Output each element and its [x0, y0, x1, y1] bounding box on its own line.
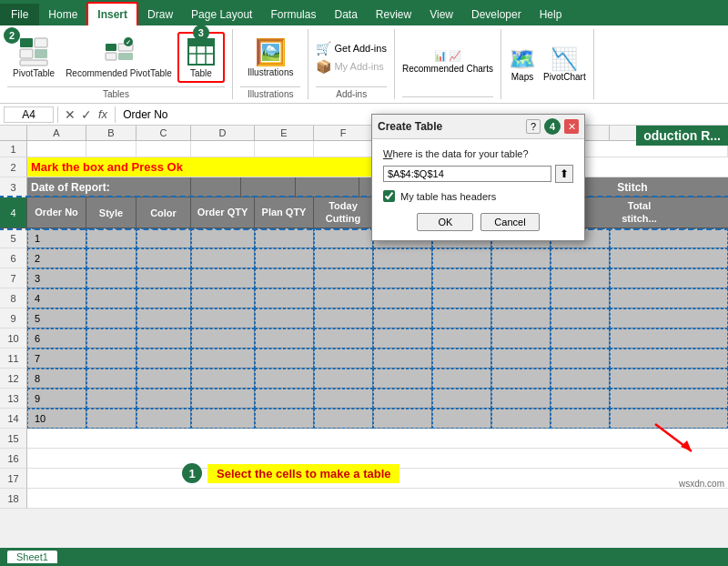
- cell-d3-empty[interactable]: [296, 177, 359, 197]
- col-header-f[interactable]: F: [314, 126, 373, 140]
- formula-cancel-icon[interactable]: ✕: [62, 107, 78, 122]
- cell-f1[interactable]: [314, 141, 373, 157]
- cell-f8[interactable]: [314, 288, 373, 308]
- cell-d10[interactable]: [191, 328, 255, 349]
- dialog-range-icon[interactable]: ⬆: [555, 165, 573, 183]
- cell-a13[interactable]: 9: [27, 389, 86, 409]
- table-button[interactable]: 3 Table: [177, 32, 225, 83]
- cell-i14[interactable]: [491, 409, 551, 429]
- cell-c9[interactable]: [136, 308, 191, 328]
- cell-color[interactable]: Color: [136, 197, 191, 228]
- cell-a14[interactable]: 10: [27, 409, 86, 429]
- cell-h12[interactable]: [432, 369, 491, 389]
- cell-d6[interactable]: [191, 248, 255, 268]
- cell-c14[interactable]: [136, 409, 191, 429]
- cell-g8[interactable]: [373, 288, 432, 308]
- cell-j6[interactable]: [551, 248, 610, 268]
- dialog-range-input[interactable]: [383, 166, 551, 182]
- cell-a6[interactable]: 2: [27, 248, 86, 268]
- cell-i9[interactable]: [491, 308, 551, 328]
- my-addins-btn[interactable]: 📦 My Add-ins: [316, 59, 386, 74]
- tab-help[interactable]: Help: [531, 4, 571, 25]
- cell-i8[interactable]: [491, 288, 551, 308]
- cell-d13[interactable]: [191, 389, 255, 409]
- cell-a3[interactable]: Date of Report:: [27, 177, 191, 197]
- cell-d1[interactable]: [191, 141, 255, 157]
- cell-i10[interactable]: [491, 328, 551, 349]
- cell-c5[interactable]: [136, 228, 191, 248]
- cell-style[interactable]: Style: [86, 197, 136, 228]
- dialog-cancel-button[interactable]: Cancel: [480, 213, 539, 231]
- cell-h7[interactable]: [432, 268, 491, 288]
- cell-c11[interactable]: [136, 349, 191, 369]
- cell-a12[interactable]: 8: [27, 369, 86, 389]
- cell-i11[interactable]: [491, 349, 551, 369]
- cell-rest-6[interactable]: [610, 248, 728, 268]
- col-header-b[interactable]: B: [86, 126, 136, 140]
- cell-rest-5[interactable]: [610, 228, 728, 248]
- cell-e10[interactable]: [255, 328, 314, 349]
- cell-b3-empty[interactable]: [191, 177, 241, 197]
- cell-e7[interactable]: [255, 268, 314, 288]
- cell-d9[interactable]: [191, 308, 255, 328]
- cell-h11[interactable]: [432, 349, 491, 369]
- pivot-chart-btn[interactable]: 📉 PivotChart: [543, 46, 586, 82]
- cell-j12[interactable]: [551, 369, 610, 389]
- cell-order-qty[interactable]: Order QTY: [191, 197, 255, 228]
- cell-g9[interactable]: [373, 308, 432, 328]
- cell-c3-empty[interactable]: [241, 177, 296, 197]
- cell-b1[interactable]: [86, 141, 136, 157]
- cell-a10[interactable]: 6: [27, 328, 86, 349]
- cell-d12[interactable]: [191, 369, 255, 389]
- cell-b8[interactable]: [86, 288, 136, 308]
- cell-f12[interactable]: [314, 369, 373, 389]
- cell-rest-9[interactable]: [610, 308, 728, 328]
- cell-b6[interactable]: [86, 248, 136, 268]
- cell-a2-wide[interactable]: Mark the box and Press Ok: [27, 157, 391, 177]
- cell-rest-7[interactable]: [610, 268, 728, 288]
- dialog-help-button[interactable]: ?: [526, 119, 541, 134]
- cell-c12[interactable]: [136, 369, 191, 389]
- cell-g10[interactable]: [373, 328, 432, 349]
- cell-order-no[interactable]: Order No: [27, 197, 86, 228]
- cell-b5[interactable]: [86, 228, 136, 248]
- cell-f14[interactable]: [314, 409, 373, 429]
- cell-i12[interactable]: [491, 369, 551, 389]
- tab-view[interactable]: View: [420, 4, 462, 25]
- cell-j8[interactable]: [551, 288, 610, 308]
- cell-b14[interactable]: [86, 409, 136, 429]
- cell-f6[interactable]: [314, 248, 373, 268]
- cell-rest-8[interactable]: [610, 288, 728, 308]
- dialog-close-button[interactable]: ✕: [564, 119, 579, 134]
- cell-e9[interactable]: [255, 308, 314, 328]
- tab-page-layout[interactable]: Page Layout: [182, 4, 261, 25]
- cell-f7[interactable]: [314, 268, 373, 288]
- cell-e11[interactable]: [255, 349, 314, 369]
- cell-i6[interactable]: [491, 248, 551, 268]
- cell-h8[interactable]: [432, 288, 491, 308]
- cell-a8[interactable]: 4: [27, 288, 86, 308]
- cell-a11[interactable]: 7: [27, 349, 86, 369]
- cell-e6[interactable]: [255, 248, 314, 268]
- cell-c8[interactable]: [136, 288, 191, 308]
- cell-d5[interactable]: [191, 228, 255, 248]
- cell-j13[interactable]: [551, 389, 610, 409]
- cell-j9[interactable]: [551, 308, 610, 328]
- cell-b11[interactable]: [86, 349, 136, 369]
- maps-btn[interactable]: 🗺️ Maps: [509, 46, 536, 82]
- recommended-charts-btn[interactable]: 📊 📈 Recommended Charts: [402, 50, 493, 74]
- get-addins-btn[interactable]: 🛒 Get Add-ins: [316, 41, 386, 56]
- cell-plan-qty[interactable]: Plan QTY: [255, 197, 314, 228]
- cell-f5[interactable]: [314, 228, 373, 248]
- cell-c1[interactable]: [136, 141, 191, 157]
- tab-draw[interactable]: Draw: [138, 4, 182, 25]
- cell-i13[interactable]: [491, 389, 551, 409]
- cell-j10[interactable]: [551, 328, 610, 349]
- cell-h9[interactable]: [432, 308, 491, 328]
- cell-a9[interactable]: 5: [27, 308, 86, 328]
- cell-today-cutting[interactable]: TodayCutting: [314, 197, 373, 228]
- cell-c6[interactable]: [136, 248, 191, 268]
- cell-d11[interactable]: [191, 349, 255, 369]
- cell-e12[interactable]: [255, 369, 314, 389]
- cell-c7[interactable]: [136, 268, 191, 288]
